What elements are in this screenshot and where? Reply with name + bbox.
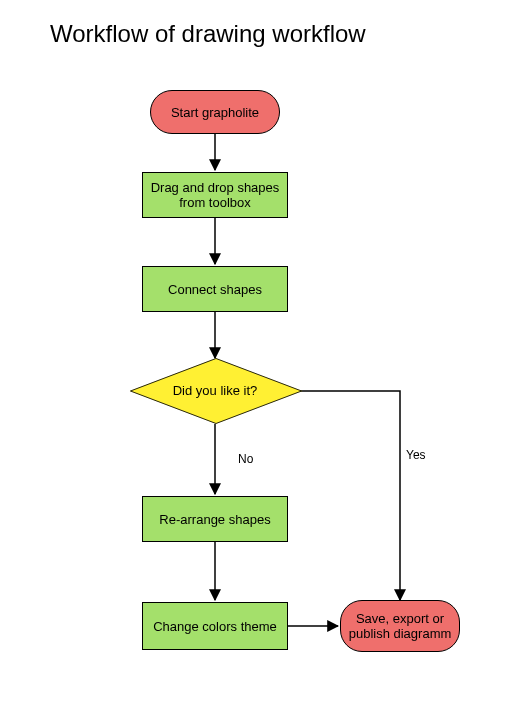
diagram-canvas: Workflow of drawing workflow Start graph…: [0, 0, 510, 720]
node-decide-decision: Did you like it?: [130, 358, 300, 423]
node-colors-process: Change colors theme: [142, 602, 288, 650]
node-connect-process: Connect shapes: [142, 266, 288, 312]
edge-label-no: No: [238, 452, 253, 466]
node-drag-process: Drag and drop shapes from toolbox: [142, 172, 288, 218]
node-save-terminator: Save, export or publish diagramm: [340, 600, 460, 652]
edge-label-yes: Yes: [406, 448, 426, 462]
node-start-terminator: Start grapholite: [150, 90, 280, 134]
decision-label: Did you like it?: [130, 358, 300, 423]
edge-yes-save: [300, 391, 400, 600]
node-rearr-process: Re-arrange shapes: [142, 496, 288, 542]
